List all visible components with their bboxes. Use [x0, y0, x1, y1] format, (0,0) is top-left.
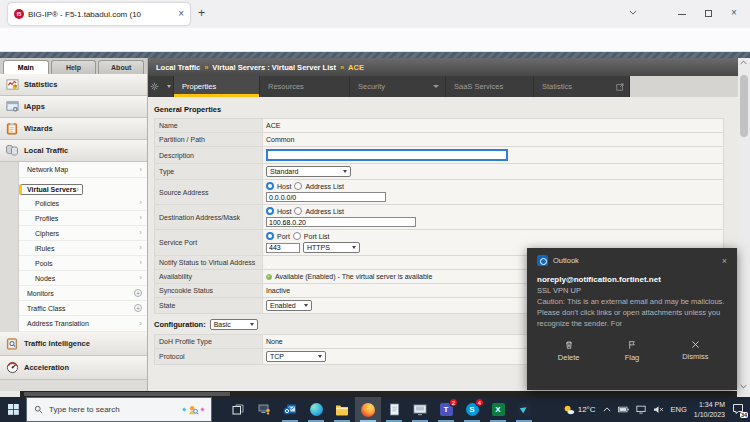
tab-title: BIG-IP® - F5-1.tabadul.com (10	[28, 10, 174, 19]
configuration-select[interactable]: Basic	[210, 319, 258, 330]
window-close-button[interactable]: ×	[731, 8, 737, 18]
sidebar-item-traffic-intelligence[interactable]: Traffic Intelligence	[0, 332, 147, 356]
service-port-input[interactable]	[266, 243, 300, 253]
firefox-app-button[interactable]	[355, 397, 381, 422]
tab-security[interactable]: Security	[350, 76, 446, 97]
state-select[interactable]: Enabled	[266, 300, 312, 311]
skype-badge: 4	[475, 398, 484, 407]
browser-tab[interactable]: f5 BIG-IP® - F5-1.tabadul.com (10 ×	[8, 3, 190, 25]
sidebar-item-network-map[interactable]: Network Map›	[19, 162, 147, 178]
window-minimize-button[interactable]	[678, 14, 686, 15]
display-app-button[interactable]	[407, 397, 433, 422]
delete-button[interactable]: Delete	[537, 340, 600, 362]
new-tab-button[interactable]: +	[198, 6, 205, 20]
start-button[interactable]	[0, 397, 26, 422]
sidebar-item-wizards[interactable]: Wizards	[0, 118, 147, 140]
source-address-input[interactable]	[266, 192, 386, 202]
circle-plus-icon[interactable]: +	[134, 304, 142, 312]
tab-saas-services[interactable]: SaaS Services	[446, 76, 534, 97]
excel-app-button[interactable]: X	[485, 397, 511, 422]
network-icon[interactable]	[636, 405, 646, 414]
viewer-app-button[interactable]	[511, 397, 537, 422]
teams-app-button[interactable]: T2	[433, 397, 459, 422]
dismiss-button[interactable]: Dismiss	[664, 340, 727, 362]
sidebar-item-statistics[interactable]: Statistics	[0, 74, 147, 96]
source-host-radio[interactable]	[266, 182, 274, 190]
sidebar-item-profiles[interactable]: Profiles›	[19, 211, 147, 226]
options-gear-button[interactable]	[148, 76, 174, 97]
description-input[interactable]	[266, 149, 508, 161]
port-radio[interactable]	[266, 232, 274, 240]
breadcrumb-segment[interactable]: Virtual Servers : Virtual Server List	[212, 63, 336, 72]
scroll-down-icon[interactable]	[740, 384, 747, 389]
port-list-radio[interactable]	[293, 232, 301, 240]
sidebar-item-traffic-class[interactable]: Traffic Class+	[19, 301, 147, 316]
windows-taskbar: Type here to search T2 S4 X 12°C	[0, 397, 750, 422]
sidebar-item-iapps[interactable]: iApps	[0, 96, 147, 118]
tab-resources[interactable]: Resources	[260, 76, 350, 97]
notepad-app-button[interactable]	[381, 397, 407, 422]
tab-help[interactable]: Help	[51, 60, 97, 74]
field-label: Name	[155, 119, 263, 133]
tab-close-icon[interactable]: ×	[178, 9, 184, 19]
language-indicator[interactable]: ENG	[671, 405, 687, 414]
remote-desktop-app-button[interactable]	[251, 397, 277, 422]
teams-badge: 2	[449, 398, 458, 407]
service-protocol-select[interactable]: HTTPS	[303, 242, 360, 253]
destination-address-list-radio[interactable]	[294, 207, 302, 215]
vertical-scrollbar-thumb[interactable]	[740, 75, 748, 137]
availability-text: Available (Enabled) - The virtual server…	[275, 273, 432, 280]
file-explorer-app-button[interactable]	[329, 397, 355, 422]
sidebar-item-ciphers[interactable]: Ciphers›	[19, 226, 147, 241]
volume-muted-icon[interactable]	[653, 405, 664, 414]
edge-app-button[interactable]	[303, 397, 329, 422]
source-address-list-radio[interactable]	[294, 182, 302, 190]
outlook-notification[interactable]: Outlook × noreply@notification.fortinet.…	[527, 248, 737, 390]
type-select[interactable]: Standard	[266, 166, 351, 177]
sidebar-item-pools[interactable]: Pools›	[19, 256, 147, 271]
destination-address-input[interactable]	[266, 217, 416, 227]
taskbar-search-box[interactable]: Type here to search	[26, 397, 212, 422]
sidebar-item-address-translation[interactable]: Address Translation›	[19, 316, 147, 332]
sidebar-item-nodes[interactable]: Nodes›	[19, 271, 147, 286]
scroll-up-icon[interactable]	[740, 60, 747, 65]
flag-button[interactable]: Flag	[600, 340, 663, 362]
window-maximize-button[interactable]	[705, 10, 712, 17]
sidebar-item-local-traffic[interactable]: Local Traffic	[0, 140, 147, 162]
vertical-scrollbar[interactable]	[738, 58, 750, 391]
trash-icon	[564, 340, 574, 350]
notification-close-icon[interactable]: ×	[722, 256, 727, 266]
sidebar-item-irules[interactable]: iRules›	[19, 241, 147, 256]
chevron-down-icon	[167, 85, 171, 88]
flag-icon	[627, 340, 637, 350]
sidebar-item-acceleration[interactable]: Acceleration	[0, 356, 147, 380]
destination-host-radio[interactable]	[266, 207, 274, 215]
acceleration-icon	[5, 361, 19, 375]
taskbar-clock[interactable]: 1:34 PM 1/10/2023	[694, 400, 725, 419]
notification-app-name: Outlook	[553, 256, 579, 265]
action-center-button[interactable]: 34	[732, 403, 745, 416]
sidebar-item-policies[interactable]: Policies›	[19, 196, 147, 211]
protocol-select[interactable]: TCP	[266, 351, 326, 362]
sidebar-item-virtual-servers[interactable]: Virtual Servers›	[19, 184, 83, 195]
tab-about[interactable]: About	[98, 60, 144, 74]
skype-app-button[interactable]: S4	[459, 397, 485, 422]
tab-list-chevron-icon[interactable]	[629, 10, 637, 15]
sidebar-tabs: Main Help About	[0, 58, 147, 74]
outlook-app-button[interactable]	[277, 397, 303, 422]
circle-plus-icon[interactable]: +	[134, 289, 142, 297]
breadcrumb-segment[interactable]: Local Traffic	[156, 63, 200, 72]
tab-properties[interactable]: Properties	[174, 76, 260, 97]
chevron-down-icon	[318, 355, 322, 358]
popout-icon[interactable]	[616, 83, 624, 91]
tab-statistics[interactable]: Statistics	[534, 76, 630, 97]
outlook-icon	[283, 403, 297, 416]
tab-main[interactable]: Main	[3, 60, 49, 74]
sidebar-item-monitors[interactable]: Monitors+	[19, 286, 147, 301]
battery-icon[interactable]	[618, 406, 629, 413]
weather-widget[interactable]: 12°C	[563, 404, 596, 416]
task-view-button[interactable]	[225, 397, 251, 422]
horizontal-scrollbar-thumb[interactable]	[24, 392, 230, 396]
tray-expand-icon[interactable]	[603, 407, 611, 412]
f5-favicon: f5	[14, 9, 24, 19]
